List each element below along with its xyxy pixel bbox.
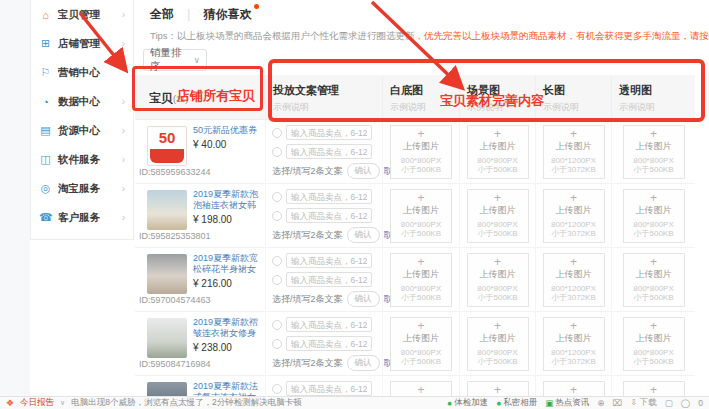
material-cell-3: +上传图片800*800PX小于500KB (611, 248, 695, 312)
upload-label: 上传图片 (544, 269, 604, 280)
upload-image-button[interactable]: +上传图片800*1200PX小于3072KB (543, 125, 605, 179)
sidebar-item-0[interactable]: ⌂宝贝管理› (31, 0, 133, 29)
upload-image-button[interactable]: +上传图片800*800PX小于500KB (390, 189, 452, 243)
upload-image-button[interactable]: +上传图片800*800PX小于500KB (467, 189, 529, 243)
tray-item-0[interactable]: ●体检加速 (447, 397, 488, 409)
sidebar-item-4[interactable]: ▤货源中心› (31, 116, 133, 145)
sidebar-item-5[interactable]: ◫软件服务› (31, 145, 133, 174)
upload-image-button[interactable]: +上传图片800*800PX小于500KB (623, 125, 685, 179)
window-icon[interactable]: ▢ (665, 398, 673, 408)
upload-image-button[interactable]: +上传图片800*800PX小于500KB (623, 189, 685, 243)
product-title-link[interactable]: 2019夏季新款泡泡袖连衣裙女韩版短袖T恤中长款 (193, 189, 263, 211)
confirm-button[interactable]: 确认 (347, 291, 380, 307)
chevron-down-icon: ∨ (193, 55, 200, 65)
selling-point-input[interactable] (286, 208, 372, 223)
tray-item-2[interactable]: ▣热点资讯 (545, 397, 589, 409)
sidebar-item-2[interactable]: ⚐营销中心 (31, 58, 133, 87)
clean-icon[interactable]: ⌧ (612, 398, 622, 408)
sort-dropdown[interactable]: 销量排序 ∨ (143, 49, 207, 71)
checkbox[interactable] (272, 339, 282, 349)
arrow-to-materials (372, 2, 460, 86)
selling-point-input[interactable] (286, 189, 372, 204)
plus-icon: + (624, 128, 684, 141)
product-title-link[interactable]: 2019夏季新款褶皱连衣裙女修身显瘦小众网红 (193, 317, 263, 339)
material-cell-3: +上传图片800*800PX小于500KB (611, 312, 695, 376)
example-link[interactable]: 示例说明 (467, 101, 535, 114)
counter-badge[interactable]: 0 (698, 398, 703, 408)
upload-limit-hint: 小于3072KB (544, 229, 604, 238)
selling-point-input[interactable] (286, 336, 372, 351)
select-hint: 选择/填写2条文案 (272, 229, 343, 242)
upload-image-button[interactable]: +上传图片800*800PX小于500KB (467, 253, 529, 307)
upload-image-button[interactable]: +上传图片800*1200PX小于3072KB (543, 317, 605, 371)
data-center-icon: ◔ (39, 96, 52, 108)
confirm-button[interactable]: 确认 (347, 163, 380, 179)
upload-image-button[interactable]: +上传图片800*800PX小于500KB (390, 253, 452, 307)
daily-report-label[interactable]: 今日报告 (20, 397, 54, 409)
scene-tabs: 全部 | 猜你喜欢 (150, 6, 259, 23)
copywriting-cell: 选择/填写2条文案确认取消 (265, 248, 382, 312)
selling-point-input[interactable] (286, 125, 372, 140)
checkbox[interactable] (272, 320, 282, 330)
circle-tool-icon[interactable]: ◯ (681, 398, 691, 408)
upload-image-button[interactable]: +上传图片800*800PX小于500KB (623, 253, 685, 307)
sidebar-list: ⌂宝贝管理›⊞店铺管理›⚐营销中心◔数据中心›▤货源中心›◫软件服务›◎淘宝服务… (31, 0, 133, 232)
sidebar-item-label: 店铺管理 (58, 37, 100, 51)
example-link[interactable]: 示例说明 (543, 101, 611, 114)
checkbox[interactable] (272, 384, 282, 394)
example-link[interactable]: 示例说明 (273, 101, 382, 114)
tray-item-1[interactable]: ●私密相册 (496, 397, 537, 409)
sidebar-item-label: 淘宝服务 (58, 182, 100, 196)
selling-point-input[interactable] (286, 272, 372, 287)
product-info: 2019夏季新款泡泡袖连衣裙女韩版短袖T恤中长款¥ 198.00 (193, 189, 263, 225)
confirm-button[interactable]: 确认 (347, 227, 380, 243)
software-service-icon: ◫ (39, 153, 52, 166)
checkbox[interactable] (272, 256, 282, 266)
confirm-button[interactable]: 确认 (347, 355, 380, 371)
upload-image-button[interactable]: +上传图片800*1200PX小于3072KB (543, 253, 605, 307)
selling-point-input[interactable] (286, 381, 372, 396)
selling-point-input[interactable] (286, 144, 372, 159)
upload-image-button[interactable]: +上传图片800*1200PX小于3072KB (543, 189, 605, 243)
material-header-label: 透明图 (619, 83, 695, 98)
example-link[interactable]: 示例说明 (390, 101, 459, 114)
sidebar-item-6[interactable]: ◎淘宝服务› (31, 174, 133, 203)
plus-icon: + (391, 192, 451, 205)
selling-point-input[interactable] (286, 253, 372, 268)
chevron-right-icon: › (122, 125, 125, 136)
checkbox[interactable] (272, 147, 282, 157)
security-logo-icon[interactable]: ❖ (6, 398, 14, 408)
upload-size-hint: 800*800PX (468, 156, 528, 165)
selling-point-input[interactable] (286, 317, 372, 332)
tab-all[interactable]: 全部 (150, 7, 174, 21)
upload-size-hint: 800*800PX (391, 348, 451, 357)
download-icon[interactable]: ⇩ 下载 (630, 397, 656, 409)
product-thumbnail (147, 318, 187, 358)
upload-image-button[interactable]: +上传图片800*800PX小于500KB (467, 317, 529, 371)
material-header-label: 白底图 (390, 83, 459, 98)
upload-image-button[interactable]: +上传图片800*800PX小于500KB (623, 317, 685, 371)
checkbox[interactable] (272, 275, 282, 285)
copy-actions: 选择/填写2条文案确认取消 (272, 355, 378, 371)
add-tool-icon[interactable]: ⊕ (597, 398, 604, 408)
chevron-down-icon[interactable]: ∨ (60, 399, 65, 407)
product-title-link[interactable]: 50元新品优惠券 (193, 125, 263, 136)
header-copywriting: 投放文案管理 示例说明 (265, 75, 382, 119)
chevron-right-icon: › (122, 183, 125, 194)
tray-item-label: 体检加速 (454, 397, 488, 409)
upload-image-button[interactable]: +上传图片800*800PX小于500KB (390, 125, 452, 179)
example-link[interactable]: 示例说明 (619, 101, 695, 114)
sidebar-item-1[interactable]: ⊞店铺管理› (31, 29, 133, 58)
sidebar-item-7[interactable]: ☎客户服务› (31, 203, 133, 232)
checkbox[interactable] (272, 192, 282, 202)
checkbox[interactable] (272, 211, 282, 221)
upload-limit-hint: 小于3072KB (544, 357, 604, 366)
upload-image-button[interactable]: +上传图片800*800PX小于500KB (390, 317, 452, 371)
select-hint: 选择/填写2条文案 (272, 165, 343, 178)
tab-guess-you-like[interactable]: 猜你喜欢 (204, 7, 252, 21)
product-info: 2019夏季新款宽松碎花半身裙女中长款拼接白¥ 216.00 (193, 253, 263, 289)
sidebar-item-3[interactable]: ◔数据中心› (31, 87, 133, 116)
checkbox[interactable] (272, 128, 282, 138)
upload-image-button[interactable]: +上传图片800*800PX小于500KB (467, 125, 529, 179)
product-title-link[interactable]: 2019夏季新款宽松碎花半身裙女中长款拼接白 (193, 253, 263, 275)
